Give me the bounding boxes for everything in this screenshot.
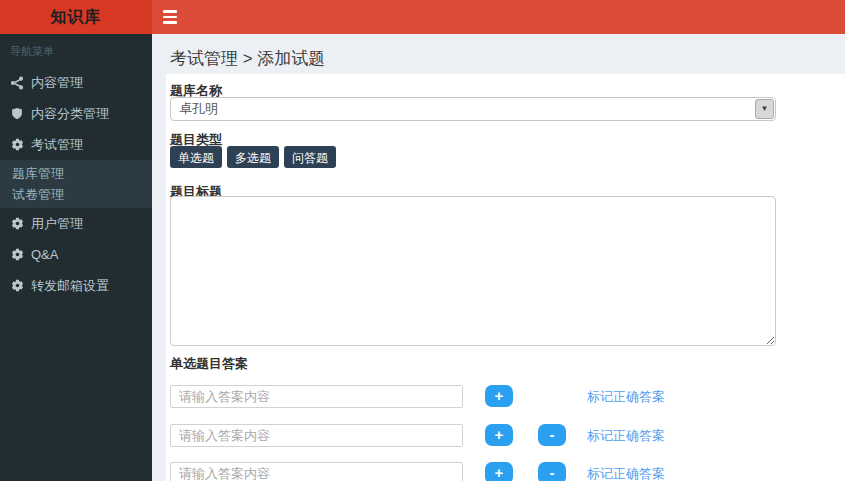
mark-correct-answer-link[interactable]: 标记正确答案 bbox=[587, 465, 665, 481]
hamburger-icon bbox=[163, 10, 177, 13]
question-type-buttons: 单选题 多选题 问答题 bbox=[170, 146, 336, 168]
sidebar-item-label: Q&A bbox=[31, 247, 58, 262]
main-content: 考试管理 > 添加试题 题库名称 卓孔明 ▼ 题目类型 单选题 多选题 问答题 … bbox=[152, 34, 845, 481]
sidebar: 导航菜单 内容管理 内容分类管理 bbox=[0, 34, 152, 481]
add-answer-button[interactable]: + bbox=[485, 462, 513, 481]
gear-icon bbox=[10, 138, 24, 152]
gear-icon bbox=[10, 217, 24, 231]
app-logo[interactable]: 知识库 bbox=[0, 0, 152, 34]
app-window: 知识库 导航菜单 内容管理 内容分类管理 bbox=[0, 0, 845, 481]
hamburger-icon bbox=[163, 16, 177, 19]
type-essay-button[interactable]: 问答题 bbox=[284, 146, 336, 168]
sidebar-item-label: 转发邮箱设置 bbox=[31, 277, 109, 295]
answer-row: + 标记正确答案 bbox=[170, 385, 830, 409]
sidebar-item-label: 用户管理 bbox=[31, 215, 83, 233]
sidebar-item-qa[interactable]: Q&A bbox=[0, 239, 152, 270]
sidebar-item-content-category-management[interactable]: 内容分类管理 bbox=[0, 98, 152, 129]
single-choice-answers-label: 单选题目答案 bbox=[170, 355, 248, 373]
sidebar-menu: 内容管理 内容分类管理 考试管理 题库管理 试卷管理 bbox=[0, 67, 152, 301]
question-title-textarea[interactable] bbox=[170, 196, 776, 346]
add-question-form: 题库名称 卓孔明 ▼ 题目类型 单选题 多选题 问答题 题目标题 单选题目答案 … bbox=[166, 74, 845, 481]
mark-correct-answer-link[interactable]: 标记正确答案 bbox=[587, 388, 665, 406]
type-multiple-choice-button[interactable]: 多选题 bbox=[227, 146, 279, 168]
answer-input[interactable] bbox=[170, 462, 463, 481]
sidebar-subitem-test-paper-management[interactable]: 试卷管理 bbox=[0, 184, 152, 205]
remove-answer-button[interactable]: - bbox=[538, 462, 566, 481]
sidebar-item-label: 内容管理 bbox=[31, 74, 83, 92]
sidebar-toggle-button[interactable] bbox=[152, 0, 192, 34]
remove-answer-button[interactable]: - bbox=[538, 424, 566, 446]
top-navbar: 知识库 bbox=[0, 0, 845, 34]
hamburger-icon bbox=[163, 21, 177, 24]
gear-icon bbox=[10, 279, 24, 293]
type-single-choice-button[interactable]: 单选题 bbox=[170, 146, 222, 168]
sidebar-item-content-management[interactable]: 内容管理 bbox=[0, 67, 152, 98]
sidebar-item-user-management[interactable]: 用户管理 bbox=[0, 208, 152, 239]
sidebar-item-forward-mailbox-settings[interactable]: 转发邮箱设置 bbox=[0, 270, 152, 301]
sidebar-submenu-exam: 题库管理 试卷管理 bbox=[0, 160, 152, 208]
answer-input[interactable] bbox=[170, 424, 463, 447]
share-nodes-icon bbox=[10, 76, 24, 90]
breadcrumb: 考试管理 > 添加试题 bbox=[152, 34, 845, 70]
add-answer-button[interactable]: + bbox=[485, 424, 513, 446]
question-bank-select[interactable]: 卓孔明 ▼ bbox=[170, 97, 776, 121]
answer-input[interactable] bbox=[170, 385, 463, 408]
sidebar-section-header: 导航菜单 bbox=[0, 34, 152, 67]
chevron-down-icon[interactable]: ▼ bbox=[755, 99, 774, 119]
add-answer-button[interactable]: + bbox=[485, 385, 513, 407]
question-bank-selected-value: 卓孔明 bbox=[179, 101, 218, 116]
shield-icon bbox=[10, 107, 24, 121]
mark-correct-answer-link[interactable]: 标记正确答案 bbox=[587, 427, 665, 445]
sidebar-item-label: 考试管理 bbox=[31, 136, 83, 154]
sidebar-item-label: 内容分类管理 bbox=[31, 105, 109, 123]
answer-row: + - 标记正确答案 bbox=[170, 424, 830, 448]
sidebar-item-exam-management[interactable]: 考试管理 bbox=[0, 129, 152, 160]
sidebar-subitem-question-bank-management[interactable]: 题库管理 bbox=[0, 163, 152, 184]
app-logo-text: 知识库 bbox=[51, 7, 102, 28]
answer-row: + - 标记正确答案 bbox=[170, 462, 830, 481]
gear-icon bbox=[10, 248, 24, 262]
